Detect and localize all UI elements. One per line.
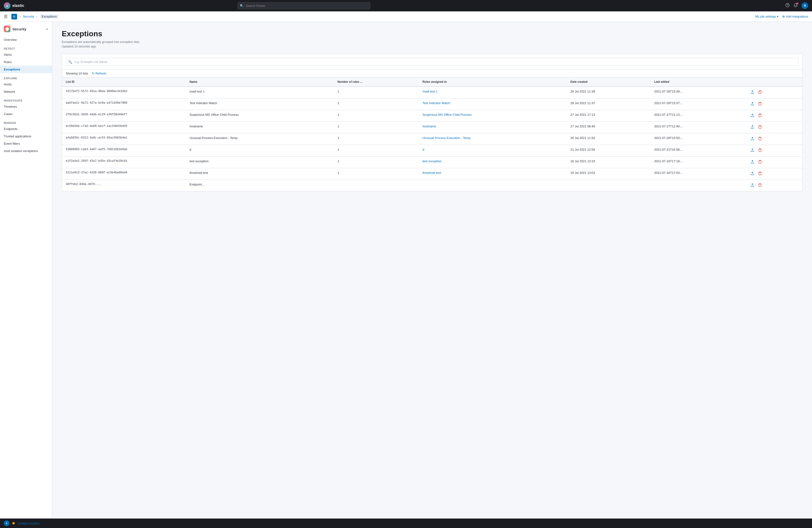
table-row: 53889903-cab3-4a07-aaf5-7b0116b3e6de d 1…	[62, 145, 802, 156]
sidebar-item-alerts[interactable]: Alerts	[0, 51, 52, 58]
export-button[interactable]	[749, 113, 756, 119]
cell-last-edited: 2021-07-26T15:50:...	[650, 133, 745, 145]
breadcrumb-exceptions: Exceptions	[40, 14, 59, 19]
export-button[interactable]	[749, 90, 756, 95]
export-button[interactable]	[749, 171, 756, 177]
cell-date-created: 28 Jul 2021 11:39	[567, 87, 651, 99]
cell-list-id: aabfae2c-9a72-427a-bc0a-a471d38e7080	[62, 99, 186, 110]
sidebar-item-overview[interactable]: Overview	[0, 36, 52, 43]
sidebar-item-network[interactable]: Network	[0, 88, 52, 95]
sidebar-item-trusted-apps[interactable]: Trusted applications	[0, 133, 52, 140]
notifications-icon[interactable]	[794, 3, 798, 9]
row-actions	[749, 171, 798, 177]
rules-assigned-link[interactable]: Unusual Process Execution - Temp	[422, 136, 470, 140]
table-search[interactable]: 🔍	[66, 58, 798, 66]
export-button[interactable]	[749, 160, 756, 165]
hamburger-menu[interactable]: ☰	[4, 14, 8, 19]
cell-last-edited: 2021-07-16T17:19:...	[650, 156, 745, 168]
sidebar-collapse-button[interactable]: «	[46, 27, 48, 31]
rules-assigned-link[interactable]: madi test 1	[422, 90, 438, 93]
cell-actions	[745, 145, 802, 156]
cell-rules-assigned: hostname	[419, 122, 566, 133]
cell-name: test exception	[186, 156, 334, 168]
search-input[interactable]	[237, 2, 371, 10]
rules-assigned-link[interactable]: threshold test	[422, 171, 441, 175]
export-button[interactable]	[749, 183, 756, 188]
rules-assigned-link[interactable]: Suspicious MS Office Child Process	[422, 113, 472, 117]
breadcrumb-separator-2: ›	[36, 15, 37, 18]
export-button[interactable]	[749, 148, 756, 153]
delete-button[interactable]	[757, 136, 763, 142]
cell-list-id: 53889903-cab3-4a07-aaf5-7b0116b3e6de	[62, 145, 186, 156]
global-search[interactable]: 🔍	[237, 2, 371, 10]
exceptions-table: List ID Name Number of rules ... Rules a…	[62, 77, 802, 191]
secondary-navigation: ☰ D › Security › Exceptions ML job setti…	[0, 11, 812, 22]
table-row: ec56b5bb-c7a5-4e09-becf-1ac54043bd35 hos…	[62, 122, 802, 133]
col-name: Name	[186, 77, 334, 87]
cell-list-id: 2f8c56d1-3836-4ddb-bc29-e36f58d40ef7	[62, 110, 186, 122]
col-rules-assigned: Rules assigned to	[419, 77, 566, 87]
cell-last-edited: 2021-07-16T17:03:...	[650, 168, 745, 180]
table-search-input[interactable]	[66, 58, 798, 66]
delete-button[interactable]	[757, 171, 763, 177]
elastic-logo-icon: e	[4, 2, 11, 9]
breadcrumb-security[interactable]: Security	[23, 15, 34, 18]
row-actions	[749, 148, 798, 153]
delete-button[interactable]	[757, 160, 763, 165]
delete-button[interactable]	[757, 183, 763, 188]
page-title: Exceptions	[62, 29, 802, 38]
delete-button[interactable]	[757, 113, 763, 119]
timeline-add-button[interactable]: +	[4, 521, 10, 526]
export-button[interactable]	[749, 136, 756, 142]
sidebar-item-hosts[interactable]: Hosts	[0, 81, 52, 88]
sidebar-item-host-isolation[interactable]: Host isolation exceptions	[0, 147, 52, 155]
cell-name: hostname	[186, 122, 334, 133]
export-button[interactable]	[749, 124, 756, 130]
delete-button[interactable]	[757, 148, 763, 153]
cell-rules-assigned: Unusual Process Execution - Temp	[419, 133, 566, 145]
app-layout: Security « Overview Detect Alerts Rules …	[0, 22, 812, 528]
rules-assigned-link[interactable]: test exception	[422, 160, 441, 163]
col-last-edited: Last edited	[650, 77, 745, 87]
col-actions	[745, 77, 802, 87]
refresh-button[interactable]: ↻ Refresh	[92, 72, 106, 75]
page-subtitle: Exceptions are automatically grouped int…	[62, 40, 802, 44]
row-actions	[749, 101, 798, 107]
cell-rules-assigned	[419, 180, 566, 192]
cell-name: Suspicious MS Office Child Process	[186, 110, 334, 122]
row-actions	[749, 124, 798, 130]
table-row: 2f8c56d1-3836-4ddb-bc29-e36f58d40ef7 Sus…	[62, 110, 802, 122]
sidebar-logo: Security	[4, 26, 26, 32]
delete-button[interactable]	[757, 90, 763, 95]
timeline-title[interactable]: Untitled timeline	[17, 522, 40, 525]
sidebar-item-timelines[interactable]: Timelines	[0, 103, 52, 110]
cell-rules-assigned: test exception	[419, 156, 566, 168]
breadcrumb-d-icon: D	[11, 14, 17, 19]
sidebar-item-event-filters[interactable]: Event filters	[0, 140, 52, 147]
sidebar-item-rules[interactable]: Rules	[0, 58, 52, 66]
cell-name: Unusual Process Execution - Temp	[186, 133, 334, 145]
exceptions-table-container: 🔍 Showing 10 lists ↻ Refresh List ID Nam…	[62, 54, 802, 192]
row-actions	[749, 113, 798, 119]
export-button[interactable]	[749, 101, 756, 107]
ml-settings-button[interactable]: ML job settings ▾	[755, 15, 779, 18]
cell-actions	[745, 122, 802, 133]
cell-name: madi test 1	[186, 87, 334, 99]
col-date-created: Date created	[567, 77, 651, 87]
rules-assigned-link[interactable]: d	[422, 148, 424, 151]
delete-button[interactable]	[757, 101, 763, 107]
cell-list-id: 40ffeb2-849a-4076-...	[62, 180, 186, 192]
user-avatar[interactable]: N	[801, 2, 808, 9]
elastic-logo[interactable]: e elastic	[4, 2, 24, 9]
sidebar-item-exceptions[interactable]: Exceptions	[0, 66, 52, 73]
add-integrations-button[interactable]: ⊕ Add integrations	[782, 15, 808, 18]
delete-button[interactable]	[757, 124, 763, 130]
help-icon[interactable]	[785, 3, 790, 9]
rules-assigned-link[interactable]: hostname	[422, 124, 436, 128]
sidebar-nav-explore: Explore Hosts Network	[0, 75, 52, 95]
cell-name: threshold test	[186, 168, 334, 180]
sidebar-item-cases[interactable]: Cases	[0, 110, 52, 118]
rules-assigned-link[interactable]: Test Indicator Match	[422, 101, 450, 105]
security-logo-icon	[4, 26, 11, 32]
sidebar-item-endpoints[interactable]: Endpoints	[0, 125, 52, 133]
